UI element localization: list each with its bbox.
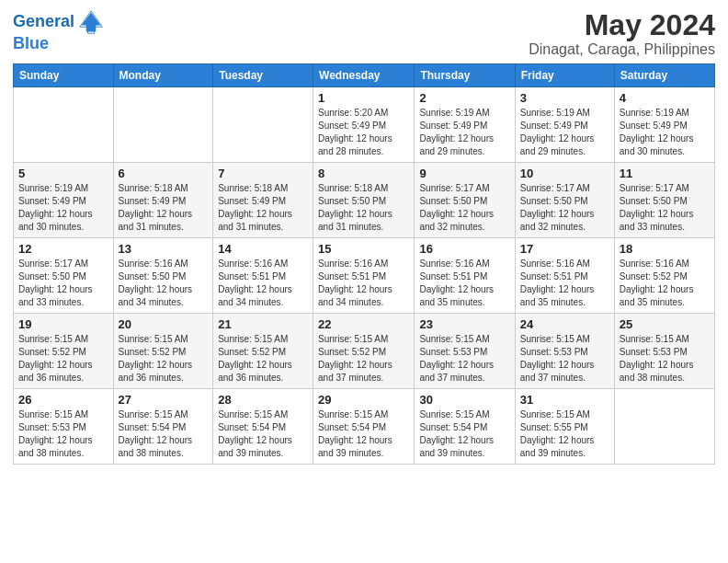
cell-day-number: 26: [18, 393, 108, 407]
calendar-cell: 21 Sunrise: 5:15 AMSunset: 5:52 PMDaylig…: [213, 314, 313, 389]
cell-day-number: 21: [218, 317, 308, 331]
cell-info: Sunrise: 5:17 AMSunset: 5:50 PMDaylight:…: [520, 182, 609, 234]
calendar-cell: 14 Sunrise: 5:16 AMSunset: 5:51 PMDaylig…: [213, 238, 313, 314]
cell-day-number: 2: [419, 91, 509, 105]
cell-info: Sunrise: 5:19 AMSunset: 5:49 PMDaylight:…: [620, 107, 710, 158]
calendar-cell: 29 Sunrise: 5:15 AMSunset: 5:54 PMDaylig…: [313, 389, 415, 465]
calendar-cell: 15 Sunrise: 5:16 AMSunset: 5:51 PMDaylig…: [313, 238, 415, 314]
cell-info: Sunrise: 5:15 AMSunset: 5:52 PMDaylight:…: [119, 333, 209, 385]
calendar-cell: 28 Sunrise: 5:15 AMSunset: 5:54 PMDaylig…: [213, 389, 313, 465]
calendar-cell: 5 Sunrise: 5:19 AMSunset: 5:49 PMDayligh…: [14, 163, 114, 238]
col-saturday: Saturday: [614, 64, 714, 87]
col-wednesday: Wednesday: [313, 64, 415, 87]
col-friday: Friday: [515, 64, 614, 87]
calendar-cell: 12 Sunrise: 5:17 AMSunset: 5:50 PMDaylig…: [14, 238, 114, 314]
page: General Blue May 2024 Dinagat, Caraga, P…: [0, 0, 728, 474]
cell-day-number: 8: [318, 167, 409, 180]
main-title: May 2024: [529, 9, 715, 41]
cell-day-number: 12: [18, 242, 108, 256]
cell-info: Sunrise: 5:17 AMSunset: 5:50 PMDaylight:…: [18, 258, 108, 309]
calendar-cell: 22 Sunrise: 5:15 AMSunset: 5:52 PMDaylig…: [313, 314, 415, 389]
cell-day-number: 27: [119, 393, 209, 407]
cell-info: Sunrise: 5:20 AMSunset: 5:49 PMDaylight:…: [318, 107, 409, 158]
cell-info: Sunrise: 5:15 AMSunset: 5:54 PMDaylight:…: [119, 408, 209, 460]
cell-day-number: 1: [318, 91, 409, 105]
calendar-cell: [213, 87, 313, 163]
cell-day-number: 25: [620, 317, 710, 331]
week-row-0: 1 Sunrise: 5:20 AMSunset: 5:49 PMDayligh…: [14, 87, 715, 163]
calendar-table: Sunday Monday Tuesday Wednesday Thursday…: [13, 63, 715, 465]
cell-day-number: 7: [218, 167, 308, 180]
col-sunday: Sunday: [14, 64, 114, 87]
cell-info: Sunrise: 5:15 AMSunset: 5:53 PMDaylight:…: [419, 333, 509, 385]
calendar-cell: 31 Sunrise: 5:15 AMSunset: 5:55 PMDaylig…: [515, 389, 614, 465]
calendar-cell: 25 Sunrise: 5:15 AMSunset: 5:53 PMDaylig…: [614, 314, 714, 389]
calendar-cell: 18 Sunrise: 5:16 AMSunset: 5:52 PMDaylig…: [614, 238, 714, 314]
header: General Blue May 2024 Dinagat, Caraga, P…: [13, 9, 715, 58]
cell-day-number: 17: [520, 242, 609, 256]
calendar-cell: 23 Sunrise: 5:15 AMSunset: 5:53 PMDaylig…: [415, 314, 515, 389]
cell-day-number: 10: [520, 167, 609, 180]
logo-icon: [78, 9, 104, 35]
calendar-cell: 24 Sunrise: 5:15 AMSunset: 5:53 PMDaylig…: [515, 314, 614, 389]
cell-info: Sunrise: 5:15 AMSunset: 5:53 PMDaylight:…: [620, 333, 710, 385]
cell-info: Sunrise: 5:18 AMSunset: 5:49 PMDaylight:…: [119, 182, 209, 234]
cell-day-number: 3: [520, 91, 609, 105]
calendar-cell: 1 Sunrise: 5:20 AMSunset: 5:49 PMDayligh…: [313, 87, 415, 163]
calendar-cell: 13 Sunrise: 5:16 AMSunset: 5:50 PMDaylig…: [113, 238, 213, 314]
calendar-cell: 17 Sunrise: 5:16 AMSunset: 5:51 PMDaylig…: [515, 238, 614, 314]
cell-day-number: 24: [520, 317, 609, 331]
cell-day-number: 14: [218, 242, 308, 256]
cell-info: Sunrise: 5:17 AMSunset: 5:50 PMDaylight:…: [620, 182, 710, 234]
cell-info: Sunrise: 5:16 AMSunset: 5:51 PMDaylight:…: [520, 258, 609, 309]
cell-info: Sunrise: 5:15 AMSunset: 5:53 PMDaylight:…: [520, 333, 609, 385]
col-tuesday: Tuesday: [213, 64, 313, 87]
calendar-cell: 2 Sunrise: 5:19 AMSunset: 5:49 PMDayligh…: [415, 87, 515, 163]
calendar-cell: [113, 87, 213, 163]
cell-day-number: 20: [119, 317, 209, 331]
calendar-cell: 10 Sunrise: 5:17 AMSunset: 5:50 PMDaylig…: [515, 163, 614, 238]
cell-day-number: 22: [318, 317, 409, 331]
subtitle: Dinagat, Caraga, Philippines: [529, 41, 715, 58]
cell-info: Sunrise: 5:19 AMSunset: 5:49 PMDaylight:…: [520, 107, 609, 158]
cell-info: Sunrise: 5:15 AMSunset: 5:54 PMDaylight:…: [218, 408, 308, 460]
cell-day-number: 6: [119, 167, 209, 180]
calendar-cell: 27 Sunrise: 5:15 AMSunset: 5:54 PMDaylig…: [113, 389, 213, 465]
cell-info: Sunrise: 5:17 AMSunset: 5:50 PMDaylight:…: [419, 182, 509, 234]
cell-day-number: 13: [119, 242, 209, 256]
cell-info: Sunrise: 5:19 AMSunset: 5:49 PMDaylight:…: [18, 182, 108, 234]
cell-day-number: 18: [620, 242, 710, 256]
week-row-3: 19 Sunrise: 5:15 AMSunset: 5:52 PMDaylig…: [14, 314, 715, 389]
cell-day-number: 28: [218, 393, 308, 407]
cell-info: Sunrise: 5:15 AMSunset: 5:54 PMDaylight:…: [318, 408, 409, 460]
cell-info: Sunrise: 5:15 AMSunset: 5:53 PMDaylight:…: [18, 408, 108, 460]
calendar-cell: 6 Sunrise: 5:18 AMSunset: 5:49 PMDayligh…: [113, 163, 213, 238]
cell-day-number: 15: [318, 242, 409, 256]
col-monday: Monday: [113, 64, 213, 87]
calendar-cell: 7 Sunrise: 5:18 AMSunset: 5:49 PMDayligh…: [213, 163, 313, 238]
calendar-cell: 16 Sunrise: 5:16 AMSunset: 5:51 PMDaylig…: [415, 238, 515, 314]
svg-marker-0: [82, 13, 101, 32]
cell-info: Sunrise: 5:15 AMSunset: 5:52 PMDaylight:…: [318, 333, 409, 385]
cell-day-number: 19: [18, 317, 108, 331]
week-row-1: 5 Sunrise: 5:19 AMSunset: 5:49 PMDayligh…: [14, 163, 715, 238]
cell-day-number: 23: [419, 317, 509, 331]
title-block: May 2024 Dinagat, Caraga, Philippines: [529, 9, 715, 58]
calendar-cell: 11 Sunrise: 5:17 AMSunset: 5:50 PMDaylig…: [614, 163, 714, 238]
cell-day-number: 4: [620, 91, 710, 105]
week-row-4: 26 Sunrise: 5:15 AMSunset: 5:53 PMDaylig…: [14, 389, 715, 465]
cell-day-number: 31: [520, 393, 609, 407]
logo: General Blue: [13, 9, 104, 53]
calendar-cell: 19 Sunrise: 5:15 AMSunset: 5:52 PMDaylig…: [14, 314, 114, 389]
cell-info: Sunrise: 5:18 AMSunset: 5:49 PMDaylight:…: [218, 182, 308, 234]
cell-day-number: 5: [18, 167, 108, 180]
cell-day-number: 29: [318, 393, 409, 407]
cell-info: Sunrise: 5:16 AMSunset: 5:51 PMDaylight:…: [218, 258, 308, 309]
calendar-cell: [14, 87, 114, 163]
cell-day-number: 11: [620, 167, 710, 180]
logo-text: General: [13, 13, 74, 31]
cell-info: Sunrise: 5:16 AMSunset: 5:51 PMDaylight:…: [419, 258, 509, 309]
calendar-cell: 8 Sunrise: 5:18 AMSunset: 5:50 PMDayligh…: [313, 163, 415, 238]
cell-info: Sunrise: 5:15 AMSunset: 5:52 PMDaylight:…: [18, 333, 108, 385]
calendar-cell: 9 Sunrise: 5:17 AMSunset: 5:50 PMDayligh…: [415, 163, 515, 238]
